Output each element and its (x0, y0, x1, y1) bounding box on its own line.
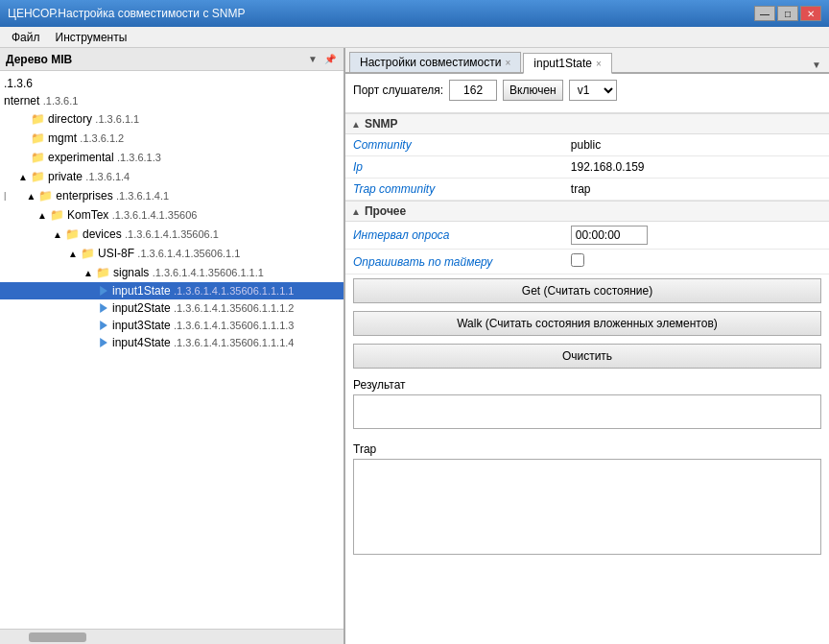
nav-arrow-icon (96, 301, 109, 315)
nav-arrow-icon (96, 319, 109, 332)
enabled-button[interactable]: Включен (503, 80, 563, 101)
snmp-section-header[interactable]: ▲ SNMP (345, 113, 829, 134)
tab-input1state[interactable]: input1State × (523, 53, 612, 74)
right-panel-content: Порт слушателя: Включен v1 v2c v3 ▲ SNMP (345, 74, 829, 644)
tree-item-experimental[interactable]: 📁 experimental .1.3.6.1.3 (0, 148, 343, 167)
result-label: Результат (353, 378, 821, 392)
folder-icon: 📁 (31, 151, 45, 164)
tree-oid: .1.3.6.1 (43, 95, 79, 107)
trap-label: Trap (353, 442, 821, 456)
tree-expander[interactable]: | (4, 191, 6, 201)
tree-label: nternet .1.3.6.1 (4, 94, 78, 107)
tab-settings[interactable]: Настройки совместимости × (349, 52, 521, 72)
community-value: public (563, 134, 829, 156)
trap-community-label: Trap community (345, 179, 563, 201)
tabs-bar: Настройки совместимости × input1State × … (345, 48, 829, 74)
tree-expander[interactable]: ▲ (50, 227, 65, 242)
listener-label: Порт слушателя: (353, 83, 443, 97)
tree-label: input2State .1.3.6.1.4.1.35606.1.1.1.2 (112, 301, 294, 315)
tree-expander[interactable] (15, 131, 31, 146)
tree-label: input3State .1.3.6.1.4.1.35606.1.1.1.3 (112, 319, 294, 332)
menu-file[interactable]: Файл (4, 29, 48, 46)
trap-community-value: trap (563, 179, 829, 201)
left-panel: Дерево MIB ▼ 📌 .1.3.6 nternet .1.3.6.1 (0, 48, 345, 644)
get-button[interactable]: Get (Считать состояние) (353, 278, 821, 303)
walk-button[interactable]: Walk (Считать состояния вложенных элемен… (353, 311, 821, 336)
tab-dropdown-arrow[interactable]: ▼ (808, 58, 825, 72)
tree-label: private .1.3.6.1.4 (48, 170, 130, 183)
tree-item-private[interactable]: ▲ 📁 private .1.3.6.1.4 (0, 167, 343, 186)
snmp-collapse-icon: ▲ (351, 119, 361, 130)
window-controls: — □ ✕ (754, 6, 821, 21)
folder-icon: 📁 (31, 170, 45, 183)
ip-row: Ip 192.168.0.159 (345, 156, 829, 179)
panel-header: Дерево MIB ▼ 📌 (0, 48, 343, 71)
tree-item-136[interactable]: .1.3.6 (0, 75, 343, 92)
tree-item-komtex[interactable]: ▲ 📁 KomTex .1.3.6.1.4.1.35606 (0, 205, 343, 225)
collapse-icon[interactable]: ▼ (305, 52, 320, 67)
tree-label: experimental .1.3.6.1.3 (48, 151, 161, 164)
tab-input1state-close[interactable]: × (596, 59, 602, 69)
other-section-header[interactable]: ▲ Прочее (345, 201, 829, 222)
community-label: Community (345, 134, 563, 156)
tree-item-enterprises[interactable]: | ▲ 📁 enterprises .1.3.6.1.4.1 (0, 186, 343, 205)
tree-label: USI-8F .1.3.6.1.4.1.35606.1.1 (98, 247, 240, 260)
tree-item-directory[interactable]: 📁 directory .1.3.6.1.1 (0, 109, 343, 129)
window-title: ЦЕНСОР.Настройка совместимости с SNMP (8, 7, 245, 20)
tree-horizontal-scrollbar[interactable] (0, 629, 343, 644)
tree-label: enterprises .1.3.6.1.4.1 (56, 189, 169, 203)
trap-box (353, 459, 821, 555)
tree-label: input1State .1.3.6.1.4.1.35606.1.1.1.1 (112, 284, 294, 298)
tree-item-usi8f[interactable]: ▲ 📁 USI-8F .1.3.6.1.4.1.35606.1.1 (0, 244, 343, 263)
tree-item-signals[interactable]: ▲ 📁 signals .1.3.6.1.4.1.35606.1.1.1 (0, 263, 343, 282)
result-box (353, 394, 821, 429)
tree-item-input1state[interactable]: input1State .1.3.6.1.4.1.35606.1.1.1.1 (0, 282, 343, 299)
nav-arrow-icon (96, 336, 109, 349)
tree-item-input3state[interactable]: input3State .1.3.6.1.4.1.35606.1.1.1.3 (0, 317, 343, 334)
close-button[interactable]: ✕ (800, 6, 821, 21)
pin-icon[interactable]: 📌 (322, 52, 338, 67)
nav-arrow-icon (96, 284, 109, 298)
tree-expander[interactable]: ▲ (65, 246, 81, 261)
version-select[interactable]: v1 v2c v3 (569, 80, 617, 101)
ip-label: Ip (345, 156, 563, 179)
settings-area: Порт слушателя: Включен v1 v2c v3 (345, 74, 829, 113)
folder-icon: 📁 (81, 247, 95, 260)
tree-item-nternet[interactable]: nternet .1.3.6.1 (0, 92, 343, 109)
menu-bar: Файл Инструменты (0, 27, 829, 48)
ip-value: 192.168.0.159 (563, 156, 829, 179)
menu-tools[interactable]: Инструменты (48, 29, 135, 46)
community-row: Community public (345, 134, 829, 156)
main-container: Дерево MIB ▼ 📌 .1.3.6 nternet .1.3.6.1 (0, 48, 829, 644)
tree-item-input4state[interactable]: input4State .1.3.6.1.4.1.35606.1.1.1.4 (0, 334, 343, 351)
poll-timer-checkbox[interactable] (571, 253, 584, 267)
trap-community-row: Trap community trap (345, 179, 829, 201)
listener-row: Порт слушателя: Включен v1 v2c v3 (353, 80, 821, 101)
tab-settings-close[interactable]: × (505, 58, 510, 68)
tree-item-devices[interactable]: ▲ 📁 devices .1.3.6.1.4.1.35606.1 (0, 225, 343, 244)
poll-interval-label: Интервал опроса (345, 222, 563, 250)
minimize-button[interactable]: — (754, 6, 775, 21)
tree-expander[interactable]: ▲ (15, 169, 31, 184)
tree-label: devices .1.3.6.1.4.1.35606.1 (83, 227, 219, 241)
tree-expander[interactable] (15, 111, 31, 127)
maximize-button[interactable]: □ (777, 6, 798, 21)
poll-interval-row: Интервал опроса (345, 222, 829, 250)
poll-timer-value (563, 250, 829, 274)
tree-label: input4State .1.3.6.1.4.1.35606.1.1.1.4 (112, 336, 294, 349)
tree-item-mgmt[interactable]: 📁 mgmt .1.3.6.1.2 (0, 129, 343, 148)
tree-item-input2state[interactable]: input2State .1.3.6.1.4.1.35606.1.1.1.2 (0, 299, 343, 317)
poll-interval-input[interactable] (571, 226, 648, 245)
panel-title: Дерево MIB (6, 53, 72, 66)
tree-expander[interactable]: ▲ (81, 265, 96, 280)
port-input[interactable] (449, 80, 497, 101)
right-panel: Настройки совместимости × input1State × … (345, 48, 829, 644)
tree-expander[interactable]: ▲ (35, 207, 50, 223)
tree-expander[interactable] (15, 150, 31, 165)
folder-icon: 📁 (65, 227, 80, 241)
panel-header-icons: ▼ 📌 (305, 52, 338, 67)
clear-button[interactable]: Очистить (353, 344, 821, 369)
folder-icon: 📁 (31, 112, 45, 126)
tree-expander[interactable]: ▲ (23, 188, 38, 203)
tree-label: signals .1.3.6.1.4.1.35606.1.1.1 (113, 266, 264, 279)
